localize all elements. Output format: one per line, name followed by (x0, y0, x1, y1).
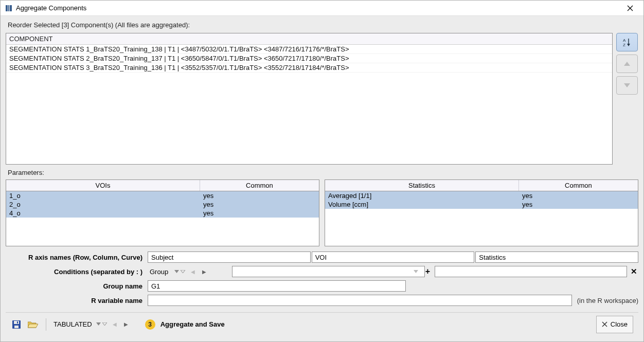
sort-button[interactable]: A Z (616, 33, 638, 51)
axis-label: R axis names (Row, Column, Curve) (6, 254, 146, 261)
conditions-input-caret[interactable] (414, 270, 418, 274)
chevron-down-outline-icon (102, 322, 107, 326)
conditions-label: Conditions (separated by : ) (6, 268, 146, 276)
prev-format-button[interactable]: ◀ (111, 321, 118, 328)
stats-header-common: Common (519, 180, 638, 191)
stats-header-name: Statistics (325, 180, 519, 191)
component-row[interactable]: SEGMENTATION STATS 3_BraTS20_Training_13… (6, 63, 612, 73)
next-format-button[interactable]: ▶ (122, 321, 130, 328)
component-column-header: COMPONENT (6, 33, 612, 45)
component-count-badge: 3 (145, 319, 155, 330)
svg-marker-9 (624, 62, 630, 66)
close-window-button[interactable] (620, 1, 640, 15)
axis-row-input[interactable] (148, 251, 311, 263)
table-row[interactable]: Volume [ccm]yes (325, 200, 638, 209)
conditions-row: Conditions (separated by : ) Group ◀ ▶ + (6, 266, 638, 277)
svg-rect-17 (17, 321, 18, 323)
vois-header-common: Common (200, 180, 319, 191)
window-title: Aggregate Components (16, 4, 620, 12)
svg-marker-20 (96, 322, 101, 326)
svg-rect-16 (14, 326, 19, 328)
separator (46, 318, 46, 331)
group-name-row: Group name (6, 280, 638, 292)
r-variable-row: R variable name (in the R workspace) (6, 295, 638, 306)
prev-condition-button[interactable]: ◀ (189, 268, 196, 275)
svg-rect-1 (8, 5, 9, 11)
next-condition-button[interactable]: ▶ (201, 268, 208, 275)
chevron-down-icon (174, 270, 179, 274)
aggregate-components-window: Aggregate Components Reorder Selected [3… (0, 0, 644, 342)
parameter-tables: VOIs Common 1_oyes 2_oyes 4_oyes Statist… (6, 179, 638, 246)
svg-rect-0 (6, 5, 8, 11)
svg-marker-21 (102, 322, 107, 326)
output-format-combo[interactable]: TABULATED ◀ ▶ (53, 320, 130, 328)
table-row[interactable]: Averaged [1/1]yes (325, 191, 638, 200)
clear-condition-button[interactable]: ✕ (629, 267, 638, 276)
output-format-label: TABULATED (53, 320, 92, 328)
aggregate-and-save-button[interactable]: Aggregate and Save (160, 320, 225, 328)
svg-marker-8 (627, 44, 630, 46)
table-row[interactable]: 2_oyes (6, 200, 319, 209)
group-name-label: Group name (6, 282, 146, 290)
vois-header-name: VOIs (6, 180, 200, 191)
svg-marker-11 (174, 270, 179, 273)
close-button[interactable]: Close (596, 316, 633, 333)
group-name-input[interactable] (148, 280, 406, 292)
reorder-label: Reorder Selected [3] Component(s) (All f… (6, 21, 638, 29)
svg-rect-15 (14, 321, 19, 324)
move-up-button[interactable] (616, 55, 638, 73)
conditions-input[interactable] (232, 266, 425, 277)
parameters-label: Parameters: (6, 169, 638, 176)
conditions-extra-input[interactable] (435, 266, 628, 277)
chevron-down-outline-icon (181, 270, 185, 274)
component-row[interactable]: SEGMENTATION STATS 1_BraTS20_Training_13… (6, 45, 612, 54)
close-icon (602, 321, 607, 327)
component-list[interactable]: COMPONENT SEGMENTATION STATS 1_BraTS20_T… (6, 33, 613, 165)
r-variable-label: R variable name (6, 297, 146, 304)
save-icon[interactable] (11, 319, 22, 330)
content-area: Reorder Selected [3] Component(s) (All f… (1, 16, 643, 341)
axis-curve-input[interactable] (475, 251, 638, 263)
axis-col-input[interactable] (312, 251, 475, 263)
open-icon[interactable] (27, 319, 39, 330)
svg-marker-19 (28, 324, 38, 328)
reorder-buttons: A Z (616, 33, 638, 165)
titlebar: Aggregate Components (1, 1, 643, 16)
svg-marker-12 (181, 270, 185, 273)
table-row[interactable]: 4_oyes (6, 209, 319, 218)
r-variable-hint: (in the R workspace) (574, 297, 638, 304)
r-axis-row: R axis names (Row, Column, Curve) (6, 251, 638, 263)
vois-header: VOIs Common (6, 180, 319, 191)
close-button-label: Close (611, 320, 628, 328)
add-condition-button[interactable]: + (423, 267, 433, 276)
vois-table[interactable]: VOIs Common 1_oyes 2_oyes 4_oyes (6, 179, 319, 246)
component-row[interactable]: SEGMENTATION STATS 2_BraTS20_Training_13… (6, 54, 612, 63)
chevron-down-icon (96, 322, 101, 326)
component-area: COMPONENT SEGMENTATION STATS 1_BraTS20_T… (6, 33, 638, 165)
app-icon (5, 4, 13, 12)
footer: TABULATED ◀ ▶ 3 Aggregate and Save Close (6, 312, 638, 336)
component-rows: SEGMENTATION STATS 1_BraTS20_Training_13… (6, 45, 612, 164)
statistics-table[interactable]: Statistics Common Averaged [1/1]yes Volu… (325, 179, 638, 246)
svg-text:A: A (623, 38, 626, 43)
statistics-header: Statistics Common (325, 180, 638, 191)
svg-marker-13 (414, 270, 418, 273)
form-area: R axis names (Row, Column, Curve) Condit… (6, 251, 638, 306)
conditions-combo[interactable]: Group ◀ ▶ (148, 268, 230, 276)
svg-rect-2 (10, 5, 12, 11)
svg-text:Z: Z (623, 43, 625, 47)
svg-marker-10 (624, 83, 630, 87)
r-variable-input[interactable] (148, 295, 572, 306)
table-row[interactable]: 1_oyes (6, 191, 319, 200)
move-down-button[interactable] (616, 76, 638, 95)
